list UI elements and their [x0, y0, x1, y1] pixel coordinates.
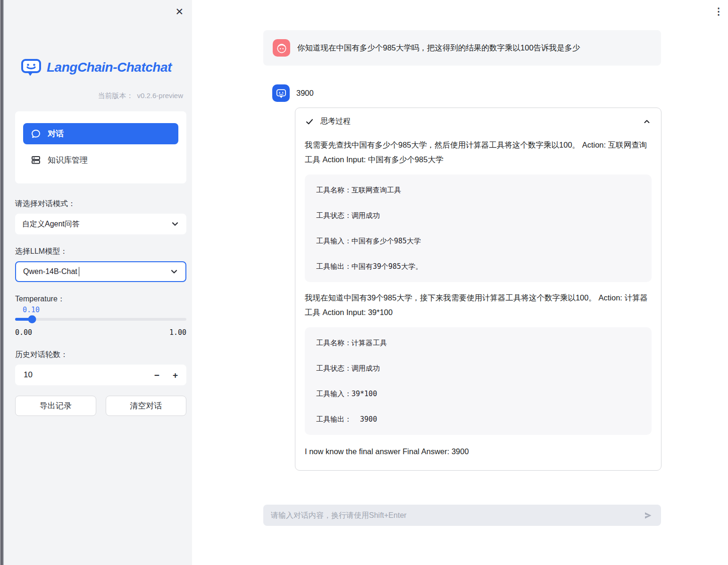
send-icon[interactable] [641, 509, 654, 522]
temperature-min: 0.00 [15, 328, 32, 337]
user-message: 你知道现在中国有多少个985大学吗，把这得到的结果的数字乘以100告诉我是多少 [263, 30, 661, 66]
chat-area: 你知道现在中国有多少个985大学吗，把这得到的结果的数字乘以100告诉我是多少 … [263, 0, 661, 565]
brand: LangChain-Chatchat [21, 58, 172, 77]
sidebar-item-knowledge-base[interactable]: 知识库管理 [23, 150, 178, 169]
sidebar-actions: 导出记录 清空对话 [15, 396, 186, 416]
tool-name-line: 工具名称：计算器工具 [316, 339, 640, 347]
dialog-mode-value: 自定义Agent问答 [22, 219, 80, 229]
brand-name: LangChain-Chatchat [47, 60, 172, 75]
chevron-up-icon [643, 117, 651, 126]
chat-bubble-icon [31, 129, 41, 139]
llm-model-label: 选择LLM模型： [15, 247, 67, 257]
thought-step-1: 我需要先查找中国有多少个985大学，然后使用计算器工具将这个数字乘以100。 A… [305, 138, 652, 167]
increment-button[interactable]: + [173, 371, 178, 380]
final-answer-text: I now know the final answer Final Answer… [305, 444, 652, 459]
temperature-max: 1.00 [169, 328, 186, 337]
tool-status-line: 工具状态：调用成功 [316, 211, 640, 220]
history-rounds-label: 历史对话轮数： [15, 350, 68, 360]
dialog-mode-label: 请选择对话模式： [15, 199, 75, 209]
tool-input-line: 工具输入：39*100 [316, 390, 640, 398]
chat-input[interactable] [271, 511, 641, 520]
nav-card: 对话 知识库管理 [15, 111, 186, 183]
assistant-avatar [272, 84, 290, 102]
thinking-expander-header[interactable]: 思考过程 [295, 108, 661, 135]
tool-output-line: 工具输出： 3900 [316, 415, 640, 424]
temperature-value: 0.10 [23, 306, 40, 314]
temperature-slider-thumb[interactable] [28, 316, 36, 324]
sidebar-item-label: 知识库管理 [48, 155, 88, 166]
overflow-menu-icon[interactable]: ⋮ [714, 6, 723, 17]
dialog-mode-select[interactable]: 自定义Agent问答 [15, 214, 186, 234]
tool-name-line: 工具名称：互联网查询工具 [316, 186, 640, 194]
brand-logo-icon [21, 58, 42, 77]
thought-step-2: 我现在知道中国有39个985大学，接下来我需要使用计算器工具将这个数字乘以100… [305, 291, 652, 320]
sidebar: ✕ LangChain-Chatchat 当前版本：v0.2.6-preview… [4, 0, 192, 565]
temperature-slider[interactable] [15, 318, 186, 321]
tool-output-line: 工具输出：中国有39个985大学。 [316, 262, 640, 271]
chat-input-bar [263, 505, 661, 526]
version-text: 当前版本：v0.2.6-preview [98, 91, 183, 100]
export-records-button[interactable]: 导出记录 [15, 396, 96, 416]
sidebar-close-icon[interactable]: ✕ [175, 7, 184, 17]
decrement-button[interactable]: − [154, 371, 159, 380]
sidebar-item-dialogue[interactable]: 对话 [23, 123, 178, 144]
text-cursor [79, 267, 80, 276]
window-edge [0, 0, 4, 565]
user-message-text: 你知道现在中国有多少个985大学吗，把这得到的结果的数字乘以100告诉我是多少 [297, 43, 580, 53]
tool-status-line: 工具状态：调用成功 [316, 364, 640, 373]
llm-model-select[interactable]: Qwen-14B-Chat [15, 261, 186, 282]
assistant-message: 3900 [272, 84, 314, 102]
sidebar-item-label: 对话 [48, 128, 64, 139]
history-rounds-input[interactable]: 10 − + [15, 365, 186, 385]
tool-call-box-1: 工具名称：互联网查询工具 工具状态：调用成功 工具输入：中国有多少个985大学 … [305, 174, 652, 282]
database-icon [31, 155, 41, 165]
user-avatar [273, 39, 290, 57]
thinking-expander: 思考过程 我需要先查找中国有多少个985大学，然后使用计算器工具将这个数字乘以1… [295, 108, 661, 471]
temperature-range: 0.00 1.00 [15, 328, 186, 337]
assistant-answer-text: 3900 [296, 89, 314, 98]
tool-call-box-2: 工具名称：计算器工具 工具状态：调用成功 工具输入：39*100 工具输出： 3… [305, 327, 652, 435]
thinking-expander-body: 我需要先查找中国有多少个985大学，然后使用计算器工具将这个数字乘以100。 A… [295, 138, 661, 459]
tool-input-line: 工具输入：中国有多少个985大学 [316, 237, 640, 245]
clear-dialog-button[interactable]: 清空对话 [106, 396, 187, 416]
history-rounds-value[interactable]: 10 [24, 370, 33, 380]
chevron-down-icon [171, 220, 179, 228]
check-icon [305, 117, 314, 126]
temperature-label: Temperature： [15, 294, 65, 304]
thinking-expander-title: 思考过程 [320, 116, 351, 126]
chevron-down-icon [170, 267, 178, 276]
llm-model-value: Qwen-14B-Chat [23, 267, 77, 276]
